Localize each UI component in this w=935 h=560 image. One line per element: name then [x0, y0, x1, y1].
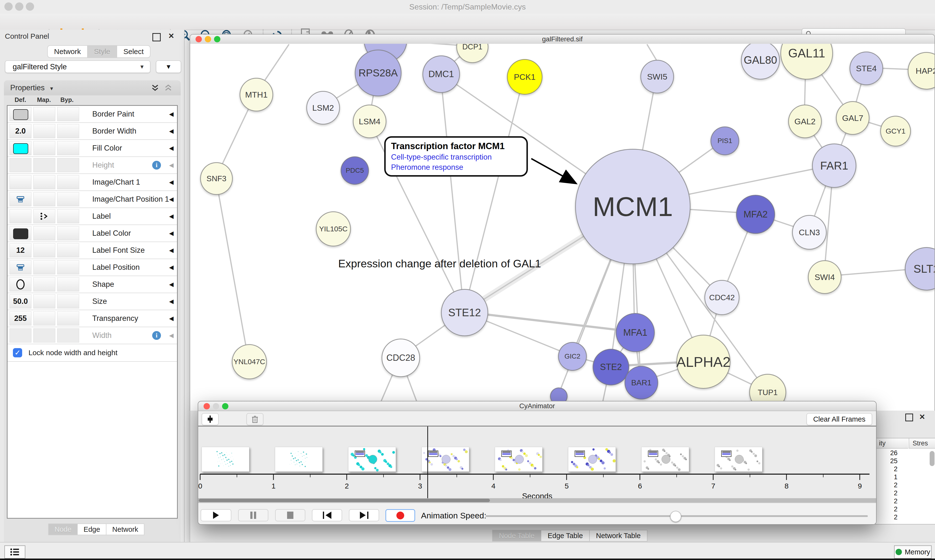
- speed-slider-handle[interactable]: [670, 511, 681, 522]
- bypass-cell[interactable]: [57, 107, 79, 121]
- annotation-box[interactable]: Transcription factor MCM1 Cell-type-spec…: [384, 136, 528, 177]
- tab-network[interactable]: Network: [47, 45, 88, 58]
- mapping-cell[interactable]: [33, 277, 55, 291]
- default-cell[interactable]: 12: [9, 243, 31, 257]
- playhead[interactable]: [427, 426, 428, 499]
- tab-style[interactable]: Style: [87, 45, 117, 58]
- play-button[interactable]: [201, 509, 231, 521]
- mapping-cell[interactable]: [33, 158, 55, 172]
- go-to-end-button[interactable]: [349, 509, 379, 521]
- network-window-titlebar[interactable]: galFiltered.sif: [190, 35, 935, 44]
- bypass-cell[interactable]: [57, 277, 79, 291]
- tab-network-table[interactable]: Network Table: [589, 530, 648, 542]
- lock-size-checkbox[interactable]: ✓: [13, 348, 22, 357]
- add-frame-button[interactable]: [202, 413, 219, 425]
- close-panel-icon[interactable]: ✕: [168, 32, 174, 40]
- current-style-select[interactable]: galFiltered Style ▼: [5, 60, 150, 73]
- delete-frame-button[interactable]: [247, 413, 264, 425]
- property-row-border-paint[interactable]: Border Paint◀: [8, 106, 177, 123]
- bypass-cell[interactable]: [57, 328, 79, 343]
- style-options-button[interactable]: ▼: [156, 60, 181, 73]
- default-cell[interactable]: [9, 175, 31, 189]
- expand-arrow-icon[interactable]: ◀: [169, 225, 174, 242]
- memory-button[interactable]: Memory: [894, 545, 932, 558]
- mapping-cell[interactable]: [33, 175, 55, 189]
- info-icon[interactable]: i: [152, 331, 161, 340]
- timeline-scrollbar[interactable]: [198, 498, 876, 503]
- property-row-label-color[interactable]: Label Color◀: [8, 225, 177, 242]
- default-cell[interactable]: 50.0: [9, 294, 31, 308]
- default-cell[interactable]: [9, 209, 31, 223]
- expand-arrow-icon[interactable]: ◀: [169, 208, 174, 225]
- bypass-cell[interactable]: [57, 192, 79, 206]
- bypass-cell[interactable]: [57, 294, 79, 308]
- mapping-cell[interactable]: [33, 294, 55, 308]
- bypass-cell[interactable]: [57, 175, 79, 189]
- property-row-image-chart-position-1[interactable]: Image/Chart Position 1◀: [8, 191, 177, 208]
- expand-arrow-icon[interactable]: ◀: [169, 276, 174, 293]
- mapping-cell[interactable]: [33, 141, 55, 155]
- mapping-cell[interactable]: [33, 192, 55, 206]
- cyanimator-timeline[interactable]: 0123456789 Seconds: [198, 426, 876, 499]
- default-cell[interactable]: [9, 158, 31, 172]
- expand-arrow-icon[interactable]: ◀: [169, 123, 174, 139]
- lock-size-row[interactable]: ✓Lock node width and height: [8, 344, 177, 362]
- property-row-border-width[interactable]: 2.0Border Width◀: [8, 123, 177, 140]
- expand-arrow-icon[interactable]: ◀: [169, 242, 174, 258]
- default-cell[interactable]: 2.0: [9, 124, 31, 138]
- show-log-button[interactable]: [5, 545, 25, 558]
- default-cell[interactable]: [9, 328, 31, 343]
- bypass-cell[interactable]: [57, 226, 79, 240]
- scrollbar-thumb[interactable]: [199, 499, 490, 502]
- default-cell[interactable]: [9, 260, 31, 274]
- mapping-cell[interactable]: [33, 107, 55, 121]
- cyanimator-titlebar[interactable]: CyAnimator: [198, 402, 876, 411]
- expand-arrow-icon[interactable]: ◀: [169, 174, 174, 191]
- mapping-cell[interactable]: [33, 209, 55, 223]
- expand-arrow-icon[interactable]: ◀: [169, 106, 174, 122]
- property-row-height[interactable]: Heighti◀: [8, 157, 177, 174]
- expand-arrow-icon[interactable]: ◀: [169, 327, 174, 344]
- expand-arrow-icon[interactable]: ◀: [169, 140, 174, 157]
- bypass-cell[interactable]: [57, 141, 79, 155]
- default-cell[interactable]: [9, 141, 31, 155]
- property-row-transparency[interactable]: 255Transparency◀: [8, 310, 177, 327]
- property-row-shape[interactable]: Shape◀: [8, 276, 177, 293]
- bypass-cell[interactable]: [57, 124, 79, 138]
- properties-header[interactable]: Properties ▼: [4, 80, 181, 95]
- table-col-stress[interactable]: Stres: [909, 438, 935, 449]
- property-row-label-position[interactable]: Label Position◀: [8, 259, 177, 276]
- default-cell[interactable]: [9, 192, 31, 206]
- mapping-cell[interactable]: [33, 260, 55, 274]
- expand-arrow-icon[interactable]: ◀: [169, 191, 174, 208]
- close-panel-icon[interactable]: ✕: [919, 412, 925, 421]
- property-row-width[interactable]: Widthi◀: [8, 327, 177, 344]
- default-cell[interactable]: [9, 277, 31, 291]
- collapse-all-icon[interactable]: [164, 84, 173, 92]
- tab-edge-table[interactable]: Edge Table: [541, 530, 590, 542]
- tab-node-table[interactable]: Node Table: [492, 530, 541, 542]
- expand-arrow-icon[interactable]: ◀: [169, 293, 174, 310]
- expand-arrow-icon[interactable]: ◀: [169, 310, 174, 327]
- default-cell[interactable]: 255: [9, 311, 31, 326]
- tab-node[interactable]: Node: [48, 523, 78, 535]
- property-row-image-chart-1[interactable]: Image/Chart 1◀: [8, 174, 177, 191]
- tab-edge[interactable]: Edge: [77, 523, 106, 535]
- tab-select[interactable]: Select: [117, 45, 150, 58]
- table-col-degree[interactable]: ity: [876, 438, 908, 449]
- expand-arrow-icon[interactable]: ◀: [169, 157, 174, 174]
- property-row-fill-color[interactable]: Fill Color◀: [8, 140, 177, 157]
- float-panel-icon[interactable]: [153, 33, 161, 42]
- property-row-size[interactable]: 50.0Size◀: [8, 293, 177, 310]
- mapping-cell[interactable]: [33, 243, 55, 257]
- bypass-cell[interactable]: [57, 311, 79, 326]
- clear-all-frames-button[interactable]: Clear All Frames: [807, 413, 872, 425]
- bypass-cell[interactable]: [57, 158, 79, 172]
- expand-arrow-icon[interactable]: ◀: [169, 259, 174, 275]
- info-icon[interactable]: i: [152, 161, 161, 169]
- tab-network[interactable]: Network: [106, 523, 144, 535]
- property-row-label-font-size[interactable]: 12Label Font Size◀: [8, 242, 177, 259]
- bypass-cell[interactable]: [57, 243, 79, 257]
- stop-button[interactable]: [275, 509, 305, 521]
- expand-all-icon[interactable]: [151, 84, 159, 92]
